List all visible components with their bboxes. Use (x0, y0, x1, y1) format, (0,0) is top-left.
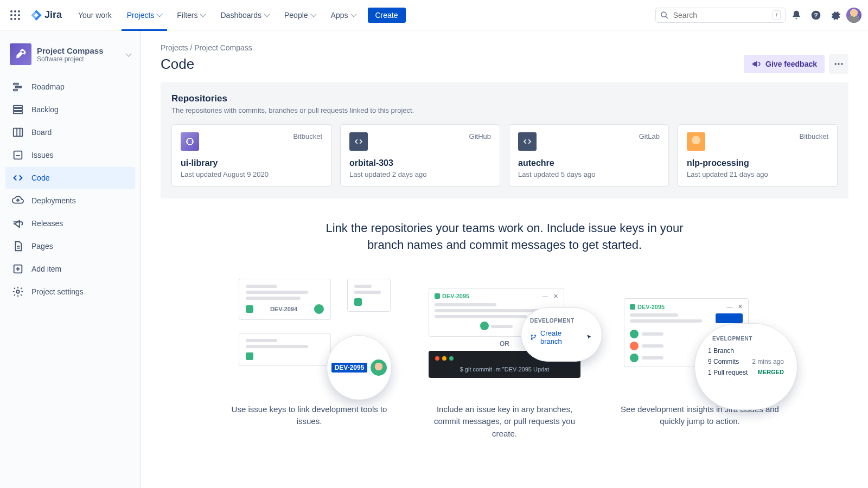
terminal-cmd: $ git commit -m "DEV-2095 Updat (435, 366, 574, 373)
repo-name: ui-library (181, 158, 322, 168)
sidebar: Project Compass Software project Roadmap… (0, 30, 141, 488)
nav-your-work[interactable]: Your work (73, 8, 117, 23)
svg-point-30 (16, 290, 20, 293)
nav-projects-label: Projects (127, 11, 155, 20)
hero-illustration-2: DEV-2095 — ✕ OR $ git commit -m "DEV-20 (423, 273, 586, 393)
search-box[interactable]: / (655, 8, 786, 23)
jira-logo-icon (30, 9, 42, 21)
give-feedback-button[interactable]: Give feedback (744, 55, 825, 73)
breadcrumb-project[interactable]: Project Compass (194, 43, 252, 52)
repo-icon (518, 132, 537, 151)
svg-text:?: ? (814, 11, 818, 18)
nav-links: Your work Projects Filters Dashboards Pe… (73, 8, 361, 23)
repositories-panel: Repositories The repositories with commi… (161, 82, 848, 198)
svg-rect-20 (14, 129, 23, 137)
repo-card[interactable]: Bitbucket ui-library Last updated August… (171, 124, 331, 187)
more-icon (833, 59, 844, 69)
svg-point-35 (531, 335, 532, 336)
project-header[interactable]: Project Compass Software project (5, 41, 135, 75)
chevron-down-icon (157, 11, 163, 17)
app-switcher[interactable] (7, 7, 24, 24)
help-button[interactable]: ? (807, 7, 825, 24)
search-input[interactable] (673, 11, 768, 20)
repo-grid: Bitbucket ui-library Last updated August… (171, 124, 838, 187)
svg-point-9 (661, 12, 666, 17)
settings-button[interactable] (827, 7, 844, 24)
dev-header: EVELOPMENT (712, 336, 784, 342)
sidebar-item-releases[interactable]: Releases (5, 213, 135, 234)
megaphone-icon (751, 59, 761, 69)
nav-people[interactable]: People (279, 8, 321, 23)
svg-rect-15 (15, 86, 21, 88)
sidebar-item-pages[interactable]: Pages (5, 235, 135, 257)
jira-logo-text: Jira (44, 9, 62, 21)
sidebar-item-add[interactable]: Add item (5, 258, 135, 280)
give-feedback-label: Give feedback (765, 60, 817, 68)
repo-updated: Last updated August 9 2020 (181, 170, 322, 178)
nav-your-work-label: Your work (78, 11, 112, 20)
sidebar-item-backlog[interactable]: Backlog (5, 99, 135, 120)
avatar-icon (846, 8, 861, 23)
gear-icon (830, 10, 841, 21)
development-popover: DEVELOPMENT Create branch (521, 307, 602, 362)
repo-updated: Last updated 21 days ago (687, 170, 828, 178)
chevron-down-icon (125, 50, 131, 56)
repo-card[interactable]: Bitbucket nlp-processing Last updated 21… (678, 124, 838, 187)
notifications-button[interactable] (788, 7, 805, 24)
project-subtitle: Software project (37, 55, 104, 63)
nav-projects[interactable]: Projects (122, 8, 168, 23)
hero-columns: DEV-2094 DEV-2095 (206, 273, 803, 440)
svg-line-10 (666, 16, 668, 18)
repo-card[interactable]: GitHub orbital-303 Last updated 2 days a… (340, 124, 500, 187)
chevron-down-icon (350, 11, 356, 17)
dev-pr: 1 Pull request (708, 369, 748, 376)
branch-icon (530, 333, 537, 341)
svg-rect-14 (14, 84, 18, 85)
jira-logo[interactable]: Jira (26, 9, 66, 21)
svg-point-0 (10, 10, 12, 12)
sidebar-item-label: Project settings (31, 287, 84, 296)
sidebar-item-label: Board (31, 128, 52, 137)
svg-rect-16 (14, 89, 17, 91)
hero-illustration-1: DEV-2094 DEV-2095 (228, 273, 391, 393)
sidebar-item-roadmap[interactable]: Roadmap (5, 76, 135, 98)
breadcrumb-sep: / (188, 43, 195, 52)
svg-point-3 (10, 14, 12, 16)
nav-apps-label: Apps (331, 11, 348, 20)
repo-card[interactable]: GitLab autechre Last updated 5 days ago (509, 124, 669, 187)
sidebar-item-label: Issues (31, 151, 53, 159)
hero-col-3: DEV-2095 — ✕ (618, 273, 781, 440)
sidebar-item-board[interactable]: Board (5, 121, 135, 143)
add-icon (12, 263, 24, 275)
code-icon (12, 172, 24, 184)
app-switcher-icon (10, 10, 20, 20)
nav-dashboards[interactable]: Dashboards (215, 8, 275, 23)
create-branch-label: Create branch (540, 329, 582, 345)
nav-dashboards-label: Dashboards (220, 11, 261, 20)
issue-key-selected: DEV-2095 (331, 363, 368, 373)
nav-filters[interactable]: Filters (171, 8, 210, 23)
svg-point-31 (835, 63, 837, 65)
create-button[interactable]: Create (368, 8, 406, 23)
sidebar-item-label: Backlog (31, 105, 59, 114)
pages-icon (12, 240, 24, 252)
svg-point-7 (14, 18, 16, 20)
user-avatar[interactable] (846, 8, 861, 23)
svg-point-2 (18, 10, 20, 12)
hero-caption: Include an issue key in any branches, co… (423, 403, 586, 440)
sidebar-item-deployments[interactable]: Deployments (5, 190, 135, 211)
hero-col-1: DEV-2094 DEV-2095 (228, 273, 391, 440)
nav-apps[interactable]: Apps (326, 8, 361, 23)
sidebar-item-code[interactable]: Code (5, 167, 135, 189)
project-name: Project Compass (37, 46, 104, 55)
dev-commits: 9 Commits (708, 358, 739, 365)
svg-rect-17 (14, 106, 23, 108)
dev-branch: 1 Branch (708, 347, 734, 355)
sidebar-item-issues[interactable]: Issues (5, 144, 135, 166)
more-actions-button[interactable] (829, 54, 848, 74)
help-icon: ? (810, 10, 821, 21)
hero-text: Link the repositories your teams work on… (309, 220, 700, 254)
sidebar-item-settings[interactable]: Project settings (5, 281, 135, 303)
breadcrumb-projects[interactable]: Projects (161, 43, 188, 52)
sidebar-item-label: Releases (31, 219, 63, 228)
